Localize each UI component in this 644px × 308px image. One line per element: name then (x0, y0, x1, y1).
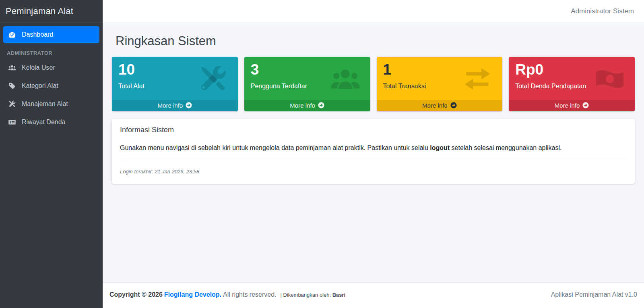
sidebar-nav: Dashboard ADMINISTRATOR Kelola User (0, 23, 103, 135)
svg-text:$: $ (10, 121, 12, 124)
stat-value: 3 (251, 62, 364, 78)
sidebar-item-label: Kategori Alat (22, 82, 58, 89)
more-info-label: More info (158, 102, 183, 109)
app-version-label: Aplikasi Peminjaman Alat v1.0 (551, 291, 637, 298)
stat-card-inner: 1 Total Transaksi (377, 57, 503, 100)
arrow-circle-right-icon (318, 102, 324, 108)
logout-emphasis: logout (430, 144, 450, 151)
stat-value: 10 (118, 62, 231, 78)
brand-title[interactable]: Peminjaman Alat (0, 0, 103, 23)
top-navbar: Administrator Sistem (103, 0, 644, 23)
info-card-title: Informasi Sistem (112, 119, 635, 137)
stat-card-total-transaksi: 1 Total Transaksi More info (377, 57, 503, 111)
tag-icon (8, 81, 17, 90)
arrow-circle-right-icon (186, 102, 192, 108)
info-card: Informasi Sistem Gunakan menu navigasi d… (112, 119, 635, 184)
last-login-text: Login terakhir: 21 Jan 2026, 23:58 (120, 168, 627, 176)
stat-label: Total Alat (118, 83, 231, 90)
stat-label: Total Transaksi (383, 83, 496, 90)
sidebar: Peminjaman Alat Dashboard ADMI (0, 0, 103, 308)
sidebar-item-kelola-user[interactable]: Kelola User (3, 59, 99, 76)
tools-icon (8, 100, 17, 108)
more-info-link[interactable]: More info (112, 100, 238, 111)
more-info-link[interactable]: More info (377, 100, 503, 111)
page-title: Ringkasan Sistem (116, 34, 635, 48)
rights-text: All rights reserved. (223, 291, 277, 298)
more-info-link[interactable]: More info (509, 100, 635, 111)
arrow-circle-right-icon (450, 102, 457, 108)
stat-value: Rp0 (515, 62, 628, 78)
stat-card-inner: Rp0 Total Denda Pendapatan (509, 57, 635, 100)
divider (120, 161, 627, 161)
company-link[interactable]: Fiogilang Develop. (164, 291, 221, 298)
more-info-label: More info (422, 102, 448, 109)
more-info-link[interactable]: More info (244, 100, 370, 111)
stat-card-total-denda: Rp0 Total Denda Pendapatan More info (509, 57, 635, 111)
more-info-label: More info (555, 102, 580, 109)
sidebar-item-manajeman-alat[interactable]: Manajeman Alat (3, 96, 99, 112)
developer-note: | Dikembangkan oleh: Basri (281, 292, 346, 298)
sidebar-item-kategori-alat[interactable]: Kategori Alat (3, 77, 99, 94)
users-icon (8, 63, 17, 72)
footer-copyright: Copyright © 2026Fiogilang Develop.All ri… (109, 291, 345, 298)
stat-cards-row: 10 Total Alat More info (112, 57, 635, 111)
sidebar-item-riwayat-denda[interactable]: $ Riwayat Denda (3, 114, 99, 131)
sidebar-item-label: Dashboard (22, 31, 53, 38)
arrow-circle-right-icon (582, 102, 589, 108)
content-area: Ringkasan Sistem 10 Total Alat (103, 23, 644, 282)
stat-card-inner: 10 Total Alat (112, 57, 238, 100)
main-column: Administrator Sistem Ringkasan Sistem 10… (103, 0, 644, 308)
developer-name: Basri (332, 292, 346, 298)
sidebar-section-label: ADMINISTRATOR (3, 44, 99, 59)
copyright-text: Copyright © 2026 (109, 291, 163, 298)
sidebar-item-dashboard[interactable]: Dashboard (3, 26, 99, 43)
stat-label: Pengguna Terdaftar (251, 83, 364, 90)
sidebar-item-label: Riwayat Denda (22, 119, 66, 126)
money-check-icon: $ (8, 118, 17, 127)
info-card-text: Gunakan menu navigasi di sebelah kiri un… (120, 143, 627, 152)
info-card-body: Gunakan menu navigasi di sebelah kiri un… (112, 137, 635, 184)
navbar-user-label[interactable]: Administrator Sistem (571, 7, 634, 15)
stat-card-total-alat: 10 Total Alat More info (112, 57, 238, 111)
more-info-label: More info (290, 102, 315, 109)
stat-label: Total Denda Pendapatan (515, 83, 628, 90)
page-footer: Copyright © 2026Fiogilang Develop.All ri… (103, 282, 644, 308)
stat-value: 1 (383, 62, 496, 78)
sidebar-item-label: Kelola User (22, 64, 55, 71)
tachometer-icon (8, 30, 17, 39)
sidebar-item-label: Manajeman Alat (22, 100, 68, 108)
stat-card-pengguna-terdaftar: 3 Pengguna Terdaftar (244, 57, 370, 111)
app-window: Peminjaman Alat Dashboard ADMI (0, 0, 644, 308)
stat-card-inner: 3 Pengguna Terdaftar (244, 57, 370, 100)
